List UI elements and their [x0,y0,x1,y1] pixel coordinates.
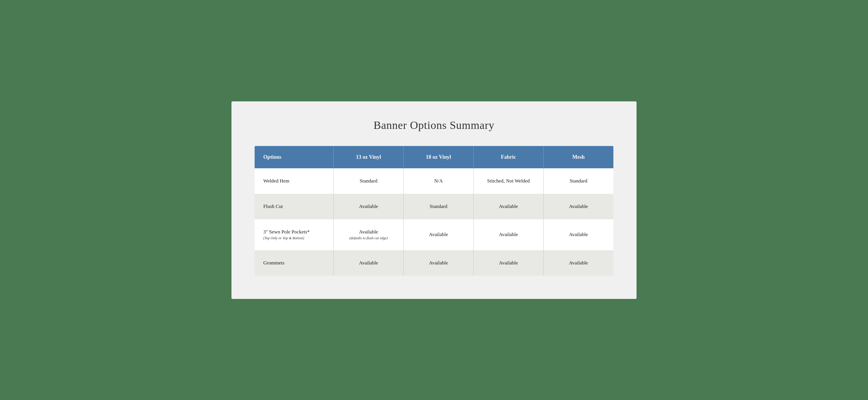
table-row-grommets: GrommetsAvailableAvailableAvailableAvail… [255,250,613,276]
cell-vinyl13-welded-hem-text: Standard [360,178,377,183]
banner-options-table: Options 13 oz Vinyl 18 oz Vinyl Fabric M… [255,146,613,276]
cell-fabric-flush-cut-text: Available [499,204,518,209]
header-vinyl18: 18 oz Vinyl [404,146,474,168]
cell-option-flush-cut: Flush Cut [255,194,334,219]
table-wrapper: Options 13 oz Vinyl 18 oz Vinyl Fabric M… [255,146,613,276]
header-options: Options [255,146,334,168]
cell-mesh-grommets: Available [544,250,613,276]
header-vinyl13: 13 oz Vinyl [334,146,404,168]
cell-vinyl18-grommets: Available [404,250,474,276]
cell-option-sewn-pole-pockets-text: 3" Sewn Pole Pockets* [263,229,310,235]
cell-vinyl13-sewn-pole-pockets-note: (defaults to flush cut edge) [342,236,395,240]
cell-mesh-grommets-text: Available [569,260,588,266]
table-header-row: Options 13 oz Vinyl 18 oz Vinyl Fabric M… [255,146,613,168]
cell-mesh-flush-cut-text: Available [569,204,588,209]
cell-option-sewn-pole-pockets: 3" Sewn Pole Pockets*(Top Only or Top & … [255,219,334,250]
cell-mesh-flush-cut: Available [544,194,613,219]
cell-vinyl18-grommets-text: Available [429,260,448,266]
cell-vinyl13-flush-cut-text: Available [359,204,378,209]
table-row-sewn-pole-pockets: 3" Sewn Pole Pockets*(Top Only or Top & … [255,219,613,250]
cell-option-grommets: Grommets [255,250,334,276]
cell-fabric-grommets-text: Available [499,260,518,266]
cell-vinyl13-welded-hem: Standard [334,168,404,194]
cell-fabric-welded-hem-text: Stitched, Not Welded [487,178,530,183]
cell-option-sewn-pole-pockets-note: (Top Only or Top & Bottom) [263,236,324,240]
cell-vinyl18-welded-hem: N/A [404,168,474,194]
cell-vinyl13-sewn-pole-pockets-text: Available [359,229,378,235]
cell-vinyl13-sewn-pole-pockets: Available(defaults to flush cut edge) [334,219,404,250]
cell-vinyl18-sewn-pole-pockets-text: Available [429,232,448,237]
cell-fabric-sewn-pole-pockets: Available [473,219,544,250]
cell-fabric-grommets: Available [473,250,544,276]
page-container: Banner Options Summary Options 13 oz Vin… [231,102,637,299]
cell-mesh-sewn-pole-pockets-text: Available [569,232,588,237]
cell-vinyl13-grommets: Available [334,250,404,276]
cell-mesh-welded-hem: Standard [544,168,613,194]
cell-option-grommets-text: Grommets [263,260,284,266]
cell-vinyl18-flush-cut-text: Standard [430,204,447,209]
cell-mesh-sewn-pole-pockets: Available [544,219,613,250]
cell-vinyl18-welded-hem-text: N/A [434,178,443,183]
cell-fabric-sewn-pole-pockets-text: Available [499,232,518,237]
cell-mesh-welded-hem-text: Standard [570,178,587,183]
cell-fabric-welded-hem: Stitched, Not Welded [473,168,544,194]
page-title: Banner Options Summary [255,119,613,132]
cell-option-welded-hem-text: Welded Hem [263,178,289,183]
header-fabric: Fabric [473,146,544,168]
cell-option-flush-cut-text: Flush Cut [263,204,283,209]
cell-vinyl18-sewn-pole-pockets: Available [404,219,474,250]
cell-option-welded-hem: Welded Hem [255,168,334,194]
table-row-welded-hem: Welded HemStandardN/AStitched, Not Welde… [255,168,613,194]
header-mesh: Mesh [544,146,613,168]
table-row-flush-cut: Flush CutAvailableStandardAvailableAvail… [255,194,613,219]
cell-vinyl13-grommets-text: Available [359,260,378,266]
cell-fabric-flush-cut: Available [473,194,544,219]
cell-vinyl13-flush-cut: Available [334,194,404,219]
cell-vinyl18-flush-cut: Standard [404,194,474,219]
